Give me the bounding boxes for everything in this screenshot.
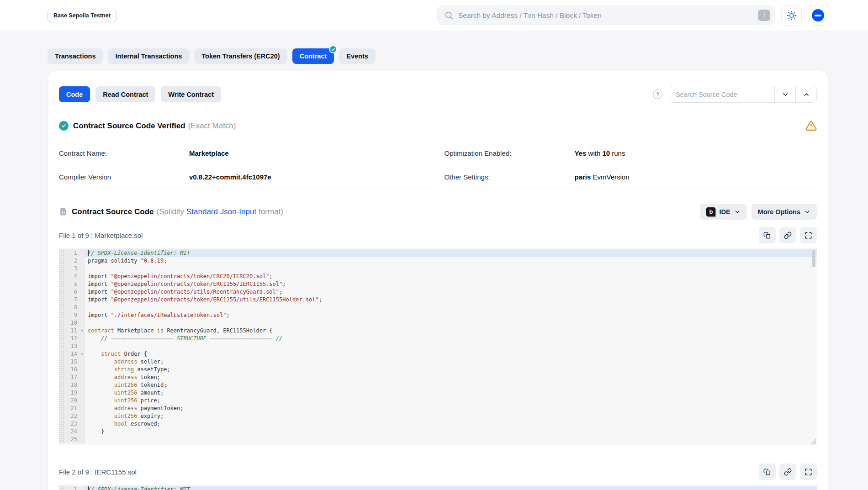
compiler-version-row: Compiler Version v0.8.22+commit.4fc1097e bbox=[59, 165, 432, 189]
search-icon bbox=[444, 11, 454, 20]
global-search[interactable]: / bbox=[437, 5, 775, 25]
file-label: File 2 of 9 : IERC1155.sol bbox=[59, 468, 137, 476]
code-text: import "@openzeppelin/contracts/token/ER… bbox=[85, 273, 817, 280]
copy-button[interactable] bbox=[759, 464, 776, 480]
permalink-button[interactable] bbox=[779, 464, 796, 480]
expand-button[interactable] bbox=[800, 227, 817, 243]
code-editor[interactable]: 1// SPDX-License-Identifier: MIT2// Open… bbox=[59, 485, 817, 490]
verification-match-type: (Exact Match) bbox=[188, 121, 236, 131]
code-text: contract Marketplace is ReentrancyGuard,… bbox=[85, 327, 817, 335]
code-text: // =================== STRUCTURE =======… bbox=[85, 335, 817, 342]
source-search-input[interactable] bbox=[669, 86, 774, 102]
source-code-search bbox=[669, 86, 817, 103]
code-text: uint256 price; bbox=[85, 397, 817, 405]
search-prev-button[interactable] bbox=[795, 86, 816, 102]
expand-button[interactable] bbox=[800, 464, 817, 480]
line-number: 3 bbox=[65, 265, 79, 273]
verification-status-row: Contract Source Code Verified (Exact Mat… bbox=[59, 120, 817, 132]
code-line: 21 address paymentToken; bbox=[59, 405, 817, 412]
compiler-version-label: Compiler Version bbox=[59, 173, 189, 181]
line-number: 19 bbox=[65, 389, 79, 397]
keyboard-shortcut-badge: / bbox=[758, 10, 770, 21]
copy-icon bbox=[763, 232, 771, 239]
gutter-margin bbox=[59, 257, 65, 265]
line-number: 14 bbox=[65, 350, 79, 358]
file-header-row: File 2 of 9 : IERC1155.sol bbox=[59, 464, 817, 480]
line-number: 7 bbox=[65, 296, 79, 304]
code-text bbox=[85, 265, 817, 273]
code-text: import "@openzeppelin/contracts/token/ER… bbox=[85, 280, 817, 288]
code-editor[interactable]: 1// SPDX-License-Identifier: MIT2pragma … bbox=[59, 248, 817, 445]
contract-name-label: Contract Name: bbox=[59, 149, 189, 157]
more-options-button[interactable]: More Options bbox=[752, 204, 817, 220]
tab-contract-label: Contract bbox=[300, 53, 327, 60]
fold-spacer bbox=[79, 296, 85, 304]
line-number: 17 bbox=[65, 374, 79, 381]
more-options-label: More Options bbox=[758, 208, 800, 216]
help-icon[interactable]: ? bbox=[653, 90, 662, 99]
fold-spacer bbox=[79, 280, 85, 288]
copy-button[interactable] bbox=[759, 227, 776, 243]
tab-internal-transactions[interactable]: Internal Transactions bbox=[108, 48, 189, 64]
code-line: 19 uint256 amount; bbox=[59, 389, 817, 397]
tab-token-transfers[interactable]: Token Transfers (ERC20) bbox=[194, 48, 287, 64]
search-input[interactable] bbox=[458, 11, 758, 20]
line-number: 12 bbox=[65, 335, 79, 342]
blockscout-ide-icon: b bbox=[706, 207, 715, 216]
open-in-ide-button[interactable]: b IDE bbox=[700, 204, 746, 220]
fold-spacer bbox=[79, 486, 85, 490]
code-line: 25 bbox=[59, 436, 817, 443]
ide-button-label: IDE bbox=[719, 208, 730, 216]
code-line: 20 uint256 price; bbox=[59, 397, 817, 405]
json-input-link[interactable]: Standard Json-Input bbox=[186, 207, 256, 216]
subtab-write-contract[interactable]: Write Contract bbox=[161, 86, 221, 102]
subtab-read-contract[interactable]: Read Contract bbox=[95, 86, 155, 102]
copy-icon bbox=[763, 468, 771, 476]
file-label: File 1 of 9 : Marketplace.sol bbox=[59, 232, 143, 239]
code-text: // SPDX-License-Identifier: MIT bbox=[85, 249, 817, 257]
line-number: 6 bbox=[65, 288, 79, 296]
tab-events[interactable]: Events bbox=[339, 48, 376, 64]
code-text: // SPDX-License-Identifier: MIT bbox=[85, 486, 817, 490]
gutter-margin bbox=[59, 389, 65, 397]
fold-spacer bbox=[79, 420, 85, 428]
line-number: 11 bbox=[65, 327, 79, 335]
code-text bbox=[85, 342, 817, 350]
permalink-button[interactable] bbox=[779, 227, 796, 243]
code-line: 1// SPDX-License-Identifier: MIT bbox=[59, 486, 817, 490]
line-number: 18 bbox=[65, 381, 79, 389]
base-network-logo-button[interactable] bbox=[808, 5, 828, 26]
gutter-margin bbox=[59, 420, 65, 428]
warning-button[interactable] bbox=[805, 120, 817, 132]
gutter-margin bbox=[59, 304, 65, 311]
source-code-title: Contract Source Code bbox=[72, 207, 153, 216]
fold-arrow-icon[interactable]: ▾ bbox=[79, 350, 85, 358]
tab-transactions[interactable]: Transactions bbox=[48, 48, 103, 64]
code-line: 15 address seller; bbox=[59, 358, 817, 366]
editor-scrollbar[interactable] bbox=[812, 250, 815, 267]
fold-spacer bbox=[79, 366, 85, 374]
code-line: 3 bbox=[59, 265, 817, 273]
line-number: 20 bbox=[65, 397, 79, 405]
fullscreen-icon bbox=[804, 468, 812, 476]
code-line: 22 uint256 expiry; bbox=[59, 412, 817, 420]
gutter-margin bbox=[59, 342, 65, 350]
fold-spacer bbox=[79, 374, 85, 381]
code-line: 7import "@openzeppelin/contracts/token/E… bbox=[59, 296, 817, 304]
fold-arrow-icon[interactable]: ▾ bbox=[79, 327, 85, 335]
code-line: 14▾ struct Order { bbox=[59, 350, 817, 358]
fold-spacer bbox=[79, 265, 85, 273]
network-badge[interactable]: Base Sepolia Testnet bbox=[48, 9, 116, 22]
tab-contract[interactable]: Contract bbox=[292, 48, 334, 64]
theme-toggle-button[interactable] bbox=[781, 5, 802, 26]
search-next-button[interactable] bbox=[774, 86, 795, 102]
subtab-code[interactable]: Code bbox=[59, 86, 90, 102]
gutter-margin bbox=[59, 366, 65, 374]
line-number: 24 bbox=[65, 428, 79, 436]
line-number: 1 bbox=[65, 486, 79, 490]
line-number: 23 bbox=[65, 420, 79, 428]
contract-card: Code Read Contract Write Contract ? bbox=[48, 71, 828, 490]
line-number: 10 bbox=[65, 319, 79, 327]
code-line: 23 bool escrowed; bbox=[59, 420, 817, 428]
code-text: string assetType; bbox=[85, 366, 817, 374]
